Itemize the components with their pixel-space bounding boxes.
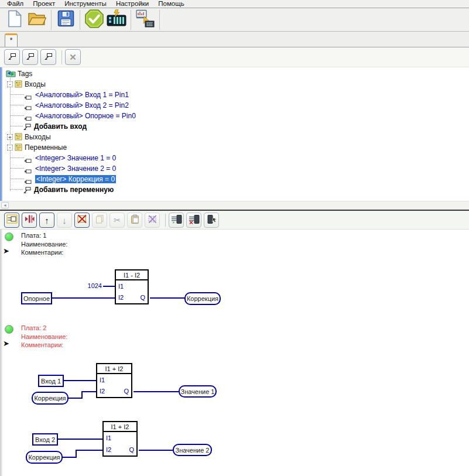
wire [76, 450, 102, 451]
main-toolbar [0, 8, 469, 32]
move-block-up-button[interactable]: ↑ [39, 213, 54, 228]
green-check-icon [84, 9, 104, 31]
menu-tools[interactable]: Инструменты [60, 0, 111, 8]
variable-tag-box[interactable]: Коррекция [32, 392, 69, 405]
pin-q[interactable]: Q [129, 446, 134, 453]
board-pointer-icon [206, 214, 217, 227]
collapse-expander-icon[interactable]: - [7, 145, 13, 150]
cut-button[interactable]: ✂ [109, 213, 125, 228]
function-block-subtract[interactable]: I1 - I2 I1 I2 Q [115, 269, 149, 304]
pin-q[interactable]: Q [124, 388, 129, 395]
tree-item-value-2[interactable]: <Integer> Значение 2 = 0 [2, 163, 469, 174]
controller-flash-icon [106, 9, 127, 30]
tree-label: <Аналоговый> Вход 1 = Pin1 [35, 90, 129, 100]
tree-item-value-1[interactable]: <Integer> Значение 1 = 0 [2, 153, 469, 163]
board-disconnect-button[interactable] [186, 213, 201, 228]
delete-tag-button[interactable]: ✕ [65, 49, 81, 65]
menu-help[interactable]: Помощь [153, 0, 189, 8]
delete-block-button[interactable] [74, 213, 90, 228]
tree-group-variables[interactable]: - Переменные [2, 142, 469, 153]
function-block-add-1[interactable]: I1 + I2 I1 I2 Q [96, 363, 132, 398]
expand-expander-icon[interactable]: + [7, 134, 13, 140]
open-project-button[interactable] [26, 9, 48, 30]
tags-tree-panel: Tags - Входы [0, 67, 469, 208]
save-project-button[interactable] [54, 9, 77, 30]
scroll-left-button[interactable]: ◄ [1, 202, 9, 208]
tree-group-inputs[interactable]: - Входы [2, 79, 469, 90]
check-project-button[interactable] [83, 9, 105, 30]
board-2-comments-label: Комментарии: [21, 341, 63, 348]
board-1-status-icon [5, 232, 13, 241]
wire [64, 380, 96, 381]
tree-label: <Integer> Значение 1 = 0 [35, 153, 116, 163]
new-document-icon [7, 10, 22, 30]
menu-project[interactable]: Проект [28, 0, 60, 8]
output-tag-box[interactable]: Значение 1 [179, 385, 217, 398]
diagram-toolbar: ↑ ↓ ✂ [0, 211, 469, 230]
insert-block-button[interactable] [22, 213, 37, 228]
constant-value[interactable]: 1024 [85, 282, 102, 289]
board-1-name-label: Наименование: [21, 241, 67, 248]
tree-add-variable[interactable]: Добавить переменную [2, 184, 469, 195]
insert-block-icon [25, 214, 35, 226]
move-block-down-button[interactable]: ↓ [57, 213, 72, 228]
tree-add-input[interactable]: Добавить вход [2, 121, 469, 132]
board-2-status-icon [5, 325, 13, 334]
input-tag-box[interactable]: Вход 2 [32, 433, 58, 446]
add-block-button[interactable] [4, 213, 19, 228]
pin-i2[interactable]: I2 [100, 388, 105, 395]
pin-i1[interactable]: I1 [106, 434, 111, 441]
board-1-expand-arrow-icon[interactable]: ➤ [3, 247, 9, 255]
deselect-button[interactable] [145, 213, 160, 228]
add-output-tag-button[interactable] [22, 49, 38, 65]
menu-file[interactable]: Файл [2, 0, 28, 8]
board-2-expand-arrow-icon[interactable]: ➤ [3, 340, 9, 347]
tree-label: <Integer> Коррекция = 0 [35, 174, 116, 184]
add-variable-tag-button[interactable] [40, 49, 56, 65]
compile-board-button[interactable] [105, 9, 128, 30]
output-tag-box[interactable]: Коррекция [184, 292, 221, 305]
menu-settings[interactable]: Настройки [111, 0, 153, 8]
collapse-expander-icon[interactable]: - [7, 81, 13, 87]
upload-to-controller-button[interactable] [134, 9, 156, 30]
wire [63, 457, 77, 458]
tag-icon [8, 52, 16, 63]
panel-splitter[interactable] [0, 208, 469, 211]
paste-button[interactable] [127, 213, 142, 228]
save-floppy-icon [57, 10, 74, 29]
close-icon: ✕ [69, 53, 77, 61]
tree-root-tags[interactable]: Tags [2, 69, 469, 79]
tree-item-reference-input[interactable]: <Аналоговый> Опорное = Pin0 [2, 111, 469, 121]
add-input-tag-button[interactable] [4, 49, 20, 65]
variable-tag-box[interactable]: Коррекция [26, 451, 63, 464]
new-project-button[interactable] [4, 9, 26, 30]
pin-q[interactable]: Q [140, 294, 145, 301]
board-1-comments-label: Комментарии: [21, 249, 63, 256]
deselect-icon [147, 214, 158, 226]
board-connect-button[interactable] [169, 213, 184, 228]
horizontal-scrollbar[interactable]: ◄ [0, 201, 469, 208]
up-arrow-icon: ↑ [44, 216, 49, 225]
add-block-icon [6, 214, 18, 226]
tree-label: <Аналоговый> Опорное = Pin0 [35, 111, 136, 121]
input-tag-box[interactable]: Опорное [21, 292, 52, 304]
pin-i1[interactable]: I1 [100, 376, 105, 383]
pin-i2[interactable]: I2 [118, 294, 124, 301]
toolbar-separator [165, 214, 166, 227]
project-tab[interactable]: * [5, 33, 18, 47]
input-tag-box[interactable]: Вход 1 [38, 375, 64, 387]
function-block-add-2[interactable]: I1 + I2 I1 I2 Q [102, 421, 138, 457]
tree-item-input-1[interactable]: <Аналоговый> Вход 1 = Pin1 [2, 90, 469, 100]
tree-group-outputs[interactable]: + Выходы [2, 132, 469, 142]
board-1-label: Плата: 1 [21, 232, 46, 239]
board-select-button[interactable] [204, 213, 219, 228]
diagram-canvas[interactable]: Плата: 1 Наименование: ➤ Комментарии: 10… [0, 230, 469, 476]
pin-i1[interactable]: I1 [118, 283, 124, 290]
copy-button[interactable] [92, 213, 107, 228]
tree-item-input-2[interactable]: <Аналоговый> Вход 2 = Pin2 [2, 100, 469, 111]
tree-item-correction-selected[interactable]: <Integer> Коррекция = 0 [2, 174, 469, 184]
pin-i2[interactable]: I2 [106, 446, 111, 453]
wire [58, 439, 102, 440]
output-tag-box[interactable]: Значение 2 [173, 444, 212, 456]
wire [133, 391, 179, 392]
